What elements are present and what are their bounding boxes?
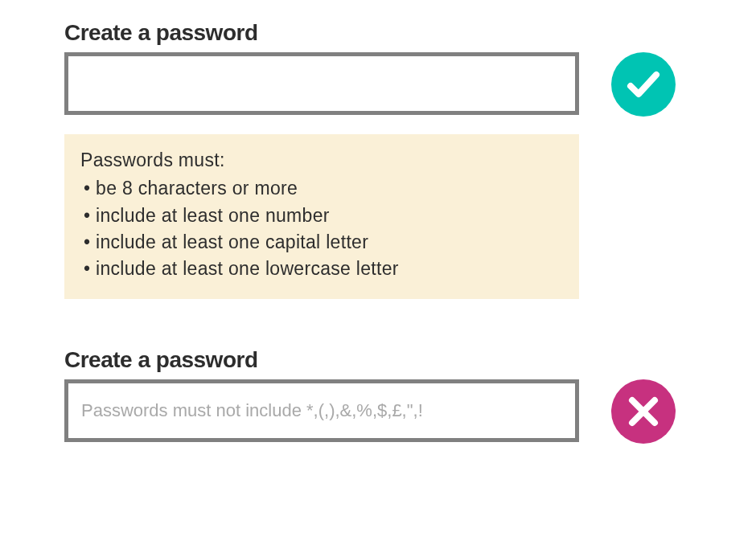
hint-item: • be 8 characters or more	[80, 175, 563, 202]
password-hint-title: Passwords must:	[80, 147, 563, 174]
good-form-area: Create a password Passwords must: • be 8…	[64, 20, 579, 299]
hint-item: • include at least one number	[80, 203, 563, 229]
bad-password-input[interactable]	[64, 379, 579, 442]
password-hint-box: Passwords must: • be 8 characters or mor…	[64, 134, 579, 299]
bad-example: Create a password	[64, 347, 692, 444]
bad-form-area: Create a password	[64, 347, 579, 442]
check-icon	[611, 52, 676, 117]
hint-item: • include at least one lowercase letter	[80, 256, 563, 282]
hint-item: • include at least one capital letter	[80, 229, 563, 256]
cross-icon	[611, 379, 676, 444]
good-example: Create a password Passwords must: • be 8…	[64, 20, 692, 299]
bad-password-label: Create a password	[64, 347, 579, 373]
good-password-label: Create a password	[64, 20, 579, 46]
good-password-input[interactable]	[64, 52, 579, 115]
